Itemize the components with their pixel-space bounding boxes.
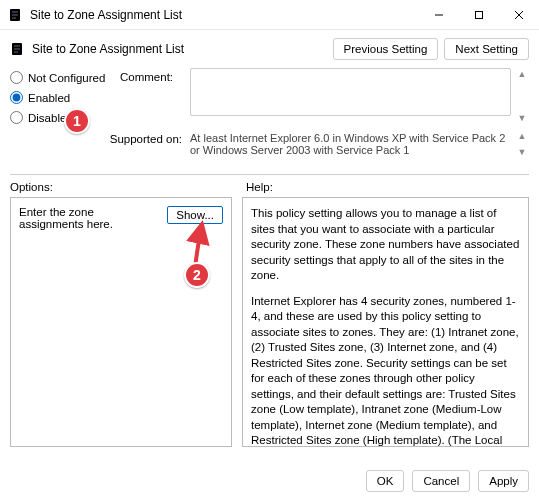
- divider: [10, 174, 529, 175]
- comment-input[interactable]: [190, 68, 511, 116]
- annotation-badge-2: 2: [184, 262, 210, 288]
- show-button[interactable]: Show...: [167, 206, 223, 224]
- policy-title: Site to Zone Assignment List: [32, 42, 333, 56]
- spin-down-icon[interactable]: ▼: [515, 112, 529, 124]
- supported-on-text: At least Internet Explorer 6.0 in Window…: [190, 130, 511, 158]
- supported-spin: ▲ ▼: [515, 130, 529, 158]
- previous-setting-button[interactable]: Previous Setting: [333, 38, 439, 60]
- next-setting-button[interactable]: Next Setting: [444, 38, 529, 60]
- panes-header: Options: Help:: [0, 181, 539, 197]
- comment-spin: ▲ ▼: [515, 68, 529, 124]
- radio-not-configured-input[interactable]: [10, 71, 23, 84]
- minimize-button[interactable]: [419, 0, 459, 29]
- spin-down-icon[interactable]: ▼: [515, 146, 529, 158]
- radio-enabled-input[interactable]: [10, 91, 23, 104]
- window-title: Site to Zone Assignment List: [30, 8, 419, 22]
- policy-header: Site to Zone Assignment List Previous Se…: [0, 30, 539, 66]
- window-controls: [419, 0, 539, 29]
- cancel-button[interactable]: Cancel: [412, 470, 470, 492]
- supported-on-label: Supported on:: [10, 130, 190, 145]
- spin-up-icon[interactable]: ▲: [515, 130, 529, 142]
- help-pane[interactable]: This policy setting allows you to manage…: [242, 197, 529, 447]
- radio-not-configured[interactable]: Not Configured: [10, 71, 120, 84]
- title-bar: Site to Zone Assignment List: [0, 0, 539, 30]
- help-paragraph: This policy setting allows you to manage…: [251, 206, 520, 284]
- spin-up-icon[interactable]: ▲: [515, 68, 529, 80]
- radio-not-configured-label: Not Configured: [28, 72, 105, 84]
- dialog-footer: OK Cancel Apply: [0, 462, 539, 500]
- close-button[interactable]: [499, 0, 539, 29]
- radio-disabled-input[interactable]: [10, 111, 23, 124]
- annotation-badge-1: 1: [64, 108, 90, 134]
- comment-label: Comment:: [120, 68, 190, 83]
- panes: Enter the zone assignments here. Show...…: [0, 197, 539, 447]
- help-paragraph: Internet Explorer has 4 security zones, …: [251, 294, 520, 447]
- ok-button[interactable]: OK: [366, 470, 405, 492]
- options-text: Enter the zone assignments here.: [19, 206, 161, 230]
- radio-enabled[interactable]: Enabled: [10, 91, 120, 104]
- policy-icon: [10, 41, 26, 57]
- maximize-button[interactable]: [459, 0, 499, 29]
- svg-rect-1: [476, 11, 483, 18]
- radio-enabled-label: Enabled: [28, 92, 70, 104]
- options-pane: Enter the zone assignments here. Show...: [10, 197, 232, 447]
- help-label: Help:: [246, 181, 273, 193]
- policy-icon: [8, 7, 24, 23]
- apply-button[interactable]: Apply: [478, 470, 529, 492]
- options-label: Options:: [10, 181, 232, 193]
